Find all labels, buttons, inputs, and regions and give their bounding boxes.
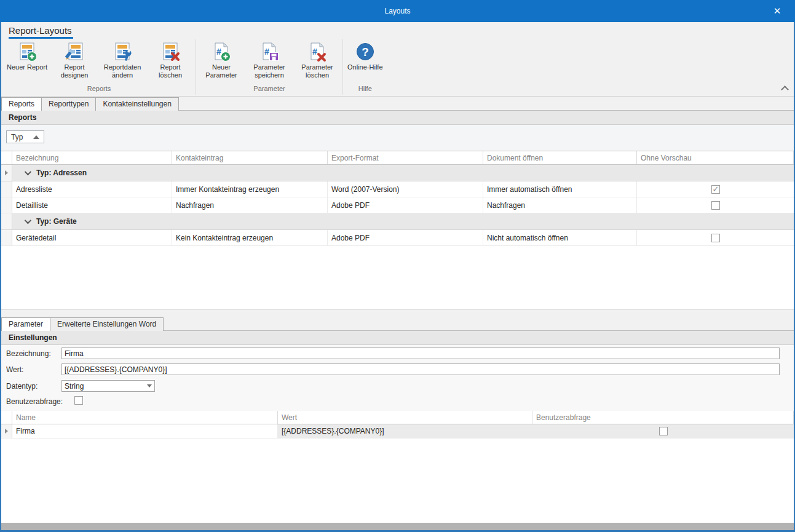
- ohne-vorschau-checkbox[interactable]: [711, 201, 720, 210]
- benutzerabfrage-label: Benutzerabfrage:: [6, 397, 63, 406]
- tab-parameter[interactable]: Parameter: [1, 317, 50, 331]
- ribbon-group-label-hilfe: Hilfe: [344, 84, 386, 95]
- collapse-group-chevron-icon[interactable]: [25, 217, 31, 224]
- reportdaten-aendern-button[interactable]: Reportdaten ändern: [98, 39, 146, 79]
- ribbon-groups: Neuer Report: [2, 39, 387, 95]
- reports-grid-header: Bezeichnung Kontakteintrag Export-Format…: [1, 151, 794, 165]
- parameter-loeschen-button[interactable]: # Parameter löschen: [293, 39, 341, 79]
- svg-text:#: #: [312, 47, 317, 57]
- ribbon-tab-report-layouts[interactable]: Report-Layouts: [9, 25, 73, 39]
- column-header-ohne-vorschau[interactable]: Ohne Vorschau: [637, 151, 794, 164]
- datentyp-select[interactable]: String: [61, 380, 155, 392]
- collapse-group-chevron-icon[interactable]: [25, 169, 31, 175]
- neuer-report-button[interactable]: Neuer Report: [4, 39, 50, 71]
- group-by-panel: Typ: [1, 125, 794, 151]
- table-row-geraetedetail[interactable]: Gerätedetail Kein Kontakteintrag erzeuge…: [1, 230, 794, 246]
- report-loeschen-button[interactable]: Report löschen: [146, 39, 194, 79]
- neuer-parameter-button[interactable]: # Neuer Parameter: [197, 39, 245, 79]
- table-row-detailliste[interactable]: Detailliste Nachfragen Adobe PDF Nachfra…: [1, 197, 794, 213]
- focused-row-arrow-icon: [5, 429, 8, 434]
- ribbon-collapse-chevron-icon[interactable]: [782, 85, 788, 91]
- table-row-adressliste[interactable]: Adressliste Immer Kontakteintrag erzeuge…: [1, 181, 794, 197]
- statusbar: [1, 523, 794, 530]
- parameter-delete-icon: #: [307, 41, 328, 62]
- tab-erweiterte-einstellungen-word[interactable]: Erweiterte Einstellungen Word: [50, 317, 164, 331]
- main-tabstrip: Reports Reporttypen Kontakteinstellungen: [1, 97, 794, 111]
- benutzerabfrage-row-checkbox[interactable]: [659, 427, 668, 435]
- online-hilfe-button[interactable]: ? Online-Hilfe: [344, 39, 386, 71]
- bezeichnung-input[interactable]: Firma: [61, 347, 780, 359]
- column-header-name[interactable]: Name: [12, 411, 278, 424]
- parameter-speichern-button[interactable]: # Parameter speichern: [245, 39, 293, 79]
- parameter-save-icon: #: [259, 41, 280, 62]
- row-indicator: [1, 213, 12, 229]
- svg-text:#: #: [216, 47, 221, 57]
- indicator-header-cell: [1, 411, 12, 424]
- group-by-chip-typ[interactable]: Typ: [6, 130, 44, 143]
- bezeichnung-label: Bezeichnung:: [6, 349, 51, 358]
- benutzerabfrage-checkbox[interactable]: [74, 396, 83, 405]
- wert-label: Wert:: [6, 365, 23, 374]
- ribbon-group-label-parameter: Parameter: [197, 84, 341, 95]
- column-header-dokument-oeffnen[interactable]: Dokument öffnen: [483, 151, 637, 164]
- column-header-export-format[interactable]: Export-Format: [328, 151, 483, 164]
- report-add-icon: [17, 41, 38, 62]
- column-header-bezeichnung[interactable]: Bezeichnung: [12, 151, 172, 164]
- tab-reporttypen[interactable]: Reporttypen: [41, 97, 96, 111]
- column-header-kontakteintrag[interactable]: Kontakteintrag: [172, 151, 328, 164]
- close-icon[interactable]: ✕: [767, 0, 788, 22]
- parameters-grid-header: Name Wert Benutzerabfrage: [1, 411, 794, 424]
- ribbon-group-reports: Neuer Report: [2, 39, 196, 95]
- ohne-vorschau-checkbox[interactable]: [711, 185, 720, 194]
- group-row-label: Typ: Adressen: [36, 169, 87, 177]
- column-header-wert[interactable]: Wert: [278, 411, 532, 424]
- report-delete-icon: [160, 41, 181, 62]
- row-indicator: [1, 181, 12, 197]
- ohne-vorschau-checkbox[interactable]: [711, 234, 720, 242]
- column-header-benutzerabfrage[interactable]: Benutzerabfrage: [532, 411, 794, 424]
- ribbon-group-label-reports: Reports: [4, 84, 194, 95]
- datentyp-label: Datentyp:: [6, 382, 38, 391]
- report-edit-icon: [112, 41, 133, 62]
- table-row-firma[interactable]: Firma [{ADDRESSES}.{COMPANY0}]: [1, 424, 794, 439]
- parameter-add-icon: #: [211, 41, 232, 62]
- row-indicator: [1, 197, 12, 213]
- tab-kontakteinstellungen[interactable]: Kontakteinstellungen: [95, 97, 178, 111]
- focused-row-arrow-icon: [5, 170, 8, 175]
- group-row-adressen[interactable]: Typ: Adressen: [1, 165, 794, 181]
- dropdown-arrow-icon: [147, 384, 152, 387]
- layouts-dialog: Layouts ✕ Report-Layouts: [0, 0, 795, 532]
- svg-text:?: ?: [362, 46, 369, 58]
- ribbon-group-hilfe: ? Online-Hilfe Hilfe: [343, 39, 387, 95]
- help-icon: ?: [355, 41, 376, 62]
- group-row-label: Typ: Geräte: [36, 217, 77, 226]
- window-title: Layouts: [384, 7, 410, 15]
- report-designen-button[interactable]: Report designen: [50, 39, 98, 79]
- group-row-geraete[interactable]: Typ: Geräte: [1, 213, 794, 230]
- row-indicator: [1, 424, 12, 438]
- settings-form: Bezeichnung: Firma Wert: [{ADDRESSES}.{C…: [1, 345, 794, 411]
- row-indicator: [1, 165, 12, 181]
- report-design-icon: [64, 41, 85, 62]
- svg-text:#: #: [264, 47, 269, 57]
- row-indicator: [1, 230, 12, 245]
- titlebar: Layouts ✕: [0, 0, 795, 22]
- ribbon-group-parameter: # Neuer Parameter: [196, 39, 343, 95]
- wert-input[interactable]: [{ADDRESSES}.{COMPANY0}]: [61, 363, 780, 375]
- detail-tabstrip: Parameter Erweiterte Einstellungen Word: [1, 309, 794, 331]
- einstellungen-caption: Einstellungen: [1, 331, 794, 345]
- empty-area: [1, 439, 794, 523]
- reports-grid: Bezeichnung Kontakteintrag Export-Format…: [1, 151, 794, 309]
- ribbon: Report-Layouts: [1, 22, 794, 97]
- reports-caption: Reports: [1, 111, 794, 125]
- sort-ascending-icon: [33, 135, 39, 139]
- parameters-grid: Name Wert Benutzerabfrage Firma [{ADDRES…: [1, 411, 794, 439]
- tab-reports[interactable]: Reports: [1, 97, 42, 111]
- indicator-header-cell: [1, 151, 12, 164]
